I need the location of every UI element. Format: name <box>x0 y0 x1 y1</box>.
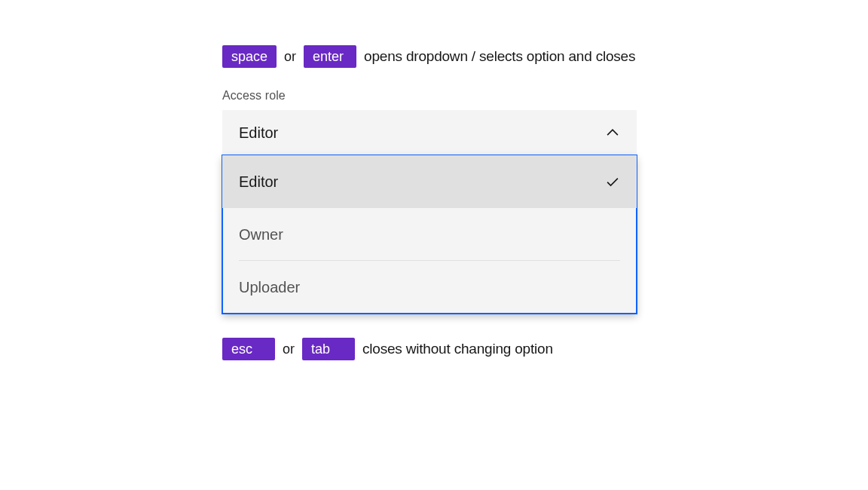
access-role-dropdown[interactable]: Editor Editor Owner Uploader <box>222 110 637 314</box>
dropdown-option-uploader[interactable]: Uploader <box>222 261 637 314</box>
top-keyboard-hint: space or enter opens dropdown / selects … <box>222 45 637 68</box>
dropdown-option-label: Editor <box>239 173 278 191</box>
tab-key-badge: tab <box>302 338 355 360</box>
top-hint-text: opens dropdown / selects option and clos… <box>364 48 635 65</box>
hint-or: or <box>283 341 295 357</box>
esc-key-badge: esc <box>222 338 275 360</box>
dropdown-option-label: Owner <box>239 226 283 243</box>
checkmark-icon <box>605 174 620 189</box>
hint-or: or <box>284 49 296 65</box>
dropdown-label: Access role <box>222 89 637 103</box>
enter-key-badge: enter <box>304 45 356 68</box>
space-key-badge: space <box>222 45 277 68</box>
dropdown-menu: Editor Owner Uploader <box>222 155 637 314</box>
dropdown-option-owner[interactable]: Owner <box>222 208 637 261</box>
dropdown-trigger[interactable]: Editor <box>222 110 637 155</box>
dropdown-option-label: Uploader <box>239 279 300 296</box>
dropdown-selected-value: Editor <box>239 124 278 142</box>
dropdown-option-editor[interactable]: Editor <box>222 155 637 208</box>
chevron-up-icon <box>605 125 620 140</box>
bottom-hint-text: closes without changing option <box>362 341 553 357</box>
bottom-keyboard-hint: esc or tab closes without changing optio… <box>222 338 637 360</box>
